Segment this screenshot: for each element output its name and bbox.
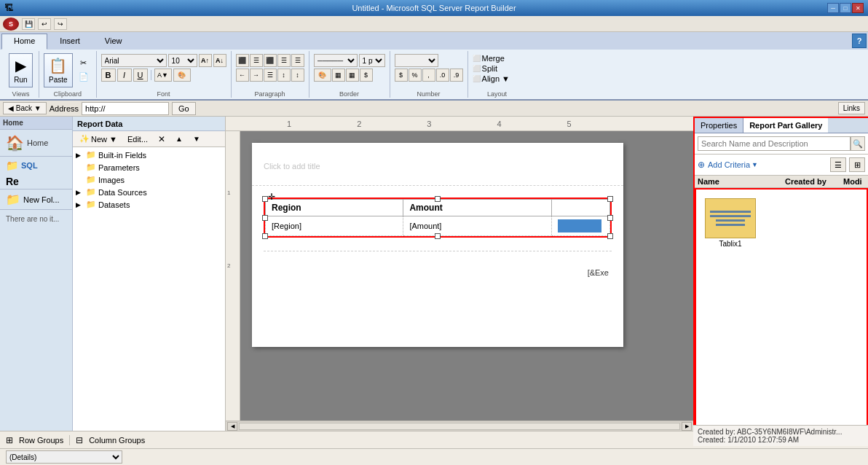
sql-item[interactable]: 📁 SQL	[0, 156, 72, 174]
restore-btn[interactable]: □	[840, 3, 851, 13]
underline-btn[interactable]: U	[133, 69, 148, 82]
tab-home[interactable]: Home	[1, 34, 47, 50]
inc-decimal-btn[interactable]: .0	[436, 69, 449, 82]
paste-btn[interactable]: 📋 Paste	[44, 53, 73, 87]
border-size-select[interactable]: 1 pt	[359, 54, 385, 67]
tree-item-datasets[interactable]: ▶ 📁 Datasets	[73, 198, 225, 211]
increase-font-btn[interactable]: A↑	[199, 54, 212, 67]
canvas-scroll[interactable]: Click to add title	[240, 131, 693, 421]
scroll-track-h[interactable]	[239, 423, 680, 430]
save-quick-btn[interactable]: 💾	[22, 18, 35, 30]
folder-datasets-icon: 📁	[86, 200, 96, 209]
border-btn1[interactable]: ▦	[332, 69, 345, 82]
tab-insert[interactable]: Insert	[47, 34, 92, 50]
tablix-line-4	[716, 224, 745, 226]
gallery-area[interactable]: Tablix1	[695, 188, 868, 431]
indent-more-btn[interactable]: →	[250, 69, 263, 82]
expand-builtin[interactable]: ▶	[76, 152, 86, 159]
gallery-search-btn[interactable]: 🔍	[851, 136, 865, 151]
h-scrollbar[interactable]: ◀ ▶	[226, 421, 693, 431]
help-btn[interactable]: ?	[852, 34, 867, 48]
p10[interactable]: ↕	[291, 69, 304, 82]
decrease-font-btn[interactable]: A↓	[213, 54, 226, 67]
number-group-label: Number	[395, 89, 463, 98]
p8[interactable]: ☰	[264, 69, 277, 82]
align-right-btn[interactable]: ⬛	[264, 54, 277, 67]
view-grid-btn[interactable]: ⊞	[849, 157, 865, 172]
percent-btn[interactable]: %	[409, 69, 422, 82]
justify-btn[interactable]: ☰	[277, 54, 291, 67]
p9[interactable]: ↕	[277, 69, 291, 82]
gallery-item-tablix1[interactable]: Tablix1	[702, 195, 759, 251]
ruler-v-2: 2	[227, 262, 230, 269]
delete-data-btn[interactable]: ✕	[154, 132, 169, 146]
view-list-btn[interactable]: ☰	[830, 157, 846, 172]
split-btn[interactable]: Split	[482, 64, 497, 73]
tree-item-parameters[interactable]: 📁 Parameters	[73, 161, 225, 173]
links-btn[interactable]: Links	[838, 102, 865, 114]
border-btn2[interactable]: ▦	[346, 69, 359, 82]
scroll-left-btn[interactable]: ◀	[227, 422, 237, 431]
list-view-icon: ☰	[835, 160, 842, 170]
tablix-thumbnail	[705, 198, 756, 238]
paragraph-group-label: Paragraph	[236, 89, 304, 98]
undo-btn[interactable]: ↩	[38, 18, 51, 30]
redo-btn[interactable]: ↪	[54, 18, 67, 30]
border-style-select[interactable]: ─────	[314, 54, 358, 67]
copy-btn[interactable]: 📄	[76, 71, 92, 83]
new-data-icon: ✨	[79, 134, 90, 144]
tab-properties[interactable]: Properties	[695, 118, 743, 133]
edit-data-btn[interactable]: Edit...	[124, 133, 151, 146]
move-down-btn[interactable]: ▼	[189, 133, 204, 145]
align-btn[interactable]: Align ▼	[482, 74, 510, 83]
bold-btn[interactable]: B	[101, 69, 116, 82]
col-chart-header	[552, 200, 610, 216]
number-format-select[interactable]	[395, 54, 438, 67]
address-input[interactable]	[82, 102, 169, 115]
run-btn[interactable]: ▶ Run	[9, 53, 32, 87]
col-groups-label: Column Groups	[89, 436, 145, 445]
move-up-btn[interactable]: ▲	[172, 133, 186, 145]
indent-less-btn[interactable]: ←	[236, 69, 249, 82]
close-btn[interactable]: ✕	[852, 3, 864, 13]
report-table[interactable]: Region Amount [Region] [Amount]	[265, 199, 610, 236]
currency-btn[interactable]: $	[395, 69, 408, 82]
details-select[interactable]: (Details)	[6, 450, 122, 464]
tree-item-datasources[interactable]: ▶ 📁 Data Sources	[73, 186, 225, 198]
tree-item-images[interactable]: 📁 Images	[73, 173, 225, 186]
italic-btn[interactable]: I	[117, 69, 132, 82]
expand-datasets[interactable]: ▶	[76, 201, 86, 208]
bg-color-btn[interactable]: 🎨	[173, 69, 191, 82]
minimize-btn[interactable]: ─	[827, 3, 839, 13]
table-container[interactable]: ✛ Region Amount	[264, 198, 612, 238]
cut-btn[interactable]: ✂	[76, 57, 92, 69]
border-btn3[interactable]: $	[360, 69, 373, 82]
font-size-select[interactable]: 10	[168, 54, 197, 67]
comma-btn[interactable]: ,	[422, 69, 435, 82]
font-color-btn[interactable]: A▼	[154, 69, 172, 82]
dec-decimal-btn[interactable]: .9	[450, 69, 463, 82]
font-name-select[interactable]: Arial	[101, 54, 167, 67]
merge-btn[interactable]: Merge	[482, 54, 505, 63]
home-item[interactable]: 🏠 Home	[0, 130, 72, 156]
bar-chart-placeholder	[558, 219, 601, 232]
new-folder-btn[interactable]: 📁 New Fol...	[0, 189, 72, 210]
home-folder-icon: 🏠	[6, 134, 24, 152]
add-criteria-btn[interactable]: Add Criteria ▼	[708, 160, 758, 169]
tree-item-builtin[interactable]: ▶ 📁 Built-in Fields	[73, 149, 225, 161]
align-center-btn[interactable]: ☰	[250, 54, 263, 67]
expand-datasources[interactable]: ▶	[76, 189, 86, 196]
scroll-right-btn[interactable]: ▶	[682, 422, 692, 431]
created-by-text: Created by: ABC-35Y6NM6I8WF\Administr...	[698, 428, 864, 436]
page-title-area[interactable]: Click to add title	[252, 143, 623, 186]
new-data-btn[interactable]: ✨ New ▼	[76, 132, 121, 146]
border-color-btn[interactable]: 🎨	[314, 69, 331, 82]
p5[interactable]: ☰	[291, 54, 304, 67]
go-btn[interactable]: Go	[172, 102, 196, 115]
gallery-search-input[interactable]	[698, 136, 851, 151]
back-btn[interactable]: ◀ Back ▼	[3, 102, 47, 114]
tab-report-part-gallery[interactable]: Report Part Gallery	[743, 118, 828, 133]
align-left-btn[interactable]: ⬛	[236, 54, 249, 67]
tablix-line-3	[716, 219, 745, 222]
tab-view[interactable]: View	[92, 34, 135, 50]
